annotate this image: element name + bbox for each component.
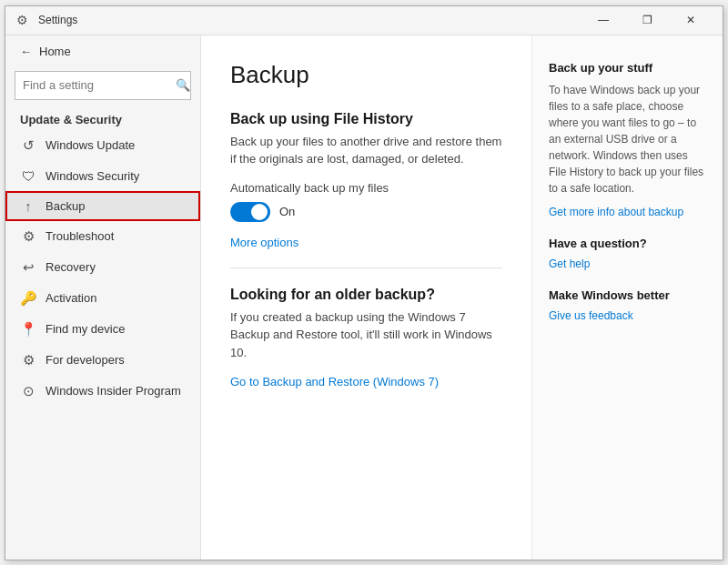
- troubleshoot-icon: ⚙: [20, 228, 36, 245]
- sidebar-item-for-developers[interactable]: ⚙ For developers: [5, 345, 200, 376]
- settings-window: ⚙ Settings — ❐ ✕ ← Home 🔍 Update & Secur…: [5, 5, 723, 560]
- maximize-button[interactable]: ❐: [626, 5, 668, 35]
- backup-icon: ↑: [20, 198, 36, 214]
- sidebar-item-find-my-device[interactable]: 📍 Find my device: [5, 314, 200, 345]
- windows-security-icon: 🛡: [20, 168, 36, 184]
- titlebar-title: Settings: [38, 14, 582, 26]
- sidebar-item-label: Windows Security: [46, 169, 139, 183]
- section-divider: [230, 267, 502, 268]
- sidebar-item-troubleshoot[interactable]: ⚙ Troubleshoot: [5, 221, 200, 252]
- window-content: ← Home 🔍 Update & Security ↺ Windows Upd…: [5, 35, 723, 560]
- sidebar-item-label: Find my device: [46, 322, 125, 336]
- search-input[interactable]: [23, 78, 176, 92]
- close-button[interactable]: ✕: [670, 5, 712, 35]
- page-title: Backup: [230, 61, 502, 89]
- right-section3-title: Make Windows better: [549, 288, 706, 302]
- sidebar: ← Home 🔍 Update & Security ↺ Windows Upd…: [5, 35, 201, 560]
- search-icon: 🔍: [176, 78, 190, 92]
- file-history-desc: Back up your files to another drive and …: [230, 133, 502, 168]
- right-section2-title: Have a question?: [549, 237, 706, 250]
- sidebar-item-label: Activation: [46, 291, 96, 305]
- auto-backup-toggle[interactable]: [230, 202, 270, 222]
- sidebar-item-backup[interactable]: ↑ Backup: [5, 191, 200, 221]
- right-section1-desc: To have Windows back up your files to a …: [549, 82, 706, 197]
- older-backup-title: Looking for an older backup?: [230, 287, 502, 303]
- backup-restore-link[interactable]: Go to Backup and Restore (Windows 7): [230, 375, 439, 388]
- sidebar-home-button[interactable]: ← Home: [5, 35, 200, 67]
- sidebar-item-windows-security[interactable]: 🛡 Windows Security: [5, 161, 200, 191]
- find-my-device-icon: 📍: [20, 321, 36, 338]
- window-controls: — ❐ ✕: [582, 5, 712, 35]
- activation-icon: 🔑: [20, 290, 36, 307]
- main-content: Backup Back up using File History Back u…: [201, 35, 531, 560]
- give-feedback-link[interactable]: Give us feedback: [549, 309, 706, 322]
- sidebar-item-label: Windows Update: [46, 138, 135, 152]
- minimize-button[interactable]: —: [582, 5, 624, 35]
- right-panel: Back up your stuff To have Windows back …: [531, 35, 723, 560]
- sidebar-item-windows-insider[interactable]: ⊙ Windows Insider Program: [5, 376, 200, 407]
- sidebar-item-activation[interactable]: 🔑 Activation: [5, 283, 200, 314]
- sidebar-item-recovery[interactable]: ↩ Recovery: [5, 252, 200, 283]
- recovery-icon: ↩: [20, 259, 36, 276]
- sidebar-item-label: For developers: [46, 353, 125, 367]
- sidebar-item-label: Backup: [46, 199, 85, 213]
- auto-backup-label: Automatically back up my files: [230, 181, 502, 195]
- toggle-knob: [251, 204, 268, 220]
- more-info-backup-link[interactable]: Get more info about backup: [549, 206, 706, 218]
- sidebar-item-label: Windows Insider Program: [46, 384, 181, 398]
- toggle-state-label: On: [279, 205, 295, 218]
- file-history-title: Back up using File History: [230, 111, 502, 127]
- sidebar-item-label: Recovery: [46, 260, 96, 274]
- settings-window-icon: ⚙: [16, 13, 31, 27]
- sidebar-section-title: Update & Security: [5, 107, 200, 130]
- back-icon: ←: [20, 45, 32, 58]
- windows-update-icon: ↺: [20, 137, 36, 154]
- sidebar-item-windows-update[interactable]: ↺ Windows Update: [5, 130, 200, 161]
- more-options-link[interactable]: More options: [230, 236, 298, 249]
- for-developers-icon: ⚙: [20, 352, 36, 368]
- right-section1-title: Back up your stuff: [549, 61, 706, 75]
- get-help-link[interactable]: Get help: [549, 257, 706, 270]
- titlebar: ⚙ Settings — ❐ ✕: [5, 6, 723, 35]
- sidebar-home-label: Home: [39, 45, 71, 58]
- older-backup-desc: If you created a backup using the Window…: [230, 308, 502, 362]
- sidebar-item-label: Troubleshoot: [46, 229, 114, 243]
- windows-insider-icon: ⊙: [20, 383, 36, 399]
- toggle-row: On: [230, 202, 502, 222]
- sidebar-search-box[interactable]: 🔍: [15, 71, 191, 100]
